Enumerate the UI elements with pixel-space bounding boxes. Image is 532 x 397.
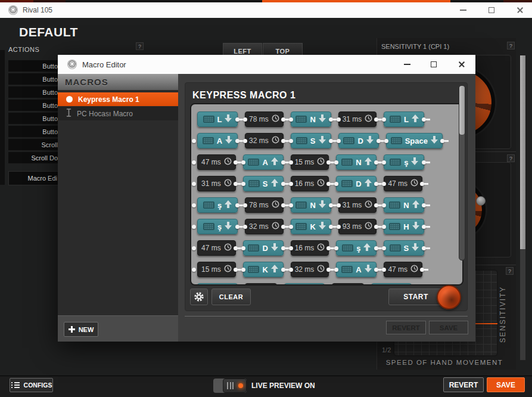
macro-delay-chip[interactable]: 31 ms — [338, 197, 377, 213]
macro-delay-chip[interactable] — [332, 283, 364, 286]
key-label: ş — [404, 158, 408, 167]
macro-row: 31 msS16 msD47 ms — [197, 176, 447, 191]
dialog-revert-button[interactable]: REVERT — [386, 321, 426, 334]
clock-icon — [410, 265, 418, 272]
macro-key-chip[interactable]: N — [384, 197, 424, 213]
page-indicator: 1/2 — [382, 346, 391, 353]
actions-help-button[interactable]: ? — [136, 42, 144, 50]
chart-x-axis-label: SPEED OF HAND MOVEMENT — [379, 359, 510, 366]
movement-help-button[interactable]: ? — [506, 267, 514, 275]
dialog-close-button[interactable] — [451, 55, 472, 74]
clock-icon — [317, 157, 325, 165]
clock-icon — [272, 222, 279, 229]
macro-key-chip[interactable]: ş — [336, 240, 377, 256]
dialog-minimize-button[interactable] — [396, 55, 418, 74]
record-button[interactable] — [437, 285, 461, 309]
chart-y-axis-label: SENSITIVITY — [498, 275, 508, 353]
clear-button[interactable]: CLEAR — [211, 289, 251, 305]
toggle-knob[interactable] — [223, 379, 247, 393]
help-glyph: ? — [138, 44, 141, 49]
clear-label: CLEAR — [219, 293, 243, 300]
configs-button[interactable]: CONFIGS — [10, 378, 53, 392]
macro-key-chip[interactable]: N — [291, 111, 331, 127]
macro-key-chip[interactable]: D — [336, 176, 377, 191]
gear-icon — [194, 291, 204, 302]
macro-key-chip[interactable]: A — [336, 262, 377, 277]
macro-delay-chip[interactable]: 32 ms — [245, 219, 284, 234]
close-button[interactable] — [510, 2, 530, 18]
chip-connector — [234, 246, 245, 250]
macro-key-chip[interactable]: D — [243, 240, 284, 256]
dialog-separator — [185, 316, 468, 317]
macro-delay-chip[interactable]: 47 ms — [197, 240, 236, 256]
macro-delay-chip[interactable] — [245, 283, 277, 286]
macro-delay-chip[interactable]: 31 ms — [338, 111, 377, 127]
minimize-icon — [404, 64, 410, 65]
macro-key-chip[interactable]: A — [197, 133, 238, 148]
macro-delay-chip[interactable]: 78 ms — [245, 111, 284, 127]
minimize-button[interactable] — [453, 2, 473, 18]
chip-connector — [326, 268, 338, 272]
macro-key-chip[interactable]: S — [243, 176, 284, 191]
macro-key-chip[interactable]: D — [338, 133, 379, 148]
close-icon — [517, 7, 524, 14]
macro-key-chip[interactable] — [371, 283, 412, 286]
macro-key-chip[interactable]: N — [291, 197, 331, 213]
action-label: Butto — [42, 102, 58, 109]
macro-key-chip[interactable]: H — [384, 219, 424, 234]
app-scrollbar-thumb[interactable] — [520, 55, 525, 249]
macro-delay-chip[interactable]: 93 ms — [338, 219, 377, 234]
chip-connector — [374, 246, 386, 250]
dial-handle[interactable] — [476, 196, 486, 206]
macro-key-chip[interactable]: ş — [197, 197, 238, 213]
action-label: Macro Edi — [27, 175, 57, 182]
help-glyph: ? — [509, 43, 512, 49]
sensitivity-help-button[interactable]: ? — [507, 42, 515, 49]
macro-delay-chip[interactable]: 31 ms — [197, 176, 236, 191]
row-connector-dot — [192, 246, 196, 250]
macro-delay-chip[interactable]: 78 ms — [245, 197, 284, 213]
macro-key-chip[interactable]: A — [243, 154, 284, 170]
keyboard-icon — [390, 159, 401, 166]
macro-delay-chip[interactable]: 47 ms — [384, 176, 422, 191]
macro-key-chip[interactable]: S — [384, 240, 424, 256]
macro-delay-chip[interactable]: 32 ms — [245, 133, 284, 148]
dialog-save-button[interactable]: SAVE — [429, 321, 468, 334]
macro-key-chip[interactable]: L — [384, 111, 424, 127]
section2-help-button[interactable]: ? — [507, 154, 515, 162]
macro-key-chip[interactable]: N — [336, 154, 377, 170]
macro-delay-chip[interactable]: 32 ms — [291, 262, 329, 277]
macro-key-chip[interactable]: ş — [384, 154, 424, 170]
macro-key-chip[interactable]: Space — [386, 133, 443, 148]
macro-key-chip[interactable]: K — [291, 219, 331, 234]
macro-key-chip[interactable] — [197, 283, 238, 286]
dialog-maximize-button[interactable] — [423, 55, 444, 74]
macro-key-chip[interactable]: L — [197, 111, 238, 127]
macro-key-chip[interactable] — [284, 283, 325, 286]
chip-connector — [422, 203, 430, 207]
maximize-button[interactable] — [481, 2, 502, 18]
macro-list-item[interactable]: Keypress Macro 1 — [58, 92, 178, 106]
macro-settings-button[interactable] — [190, 289, 208, 305]
macro-scrollbar-thumb[interactable] — [459, 86, 465, 135]
macro-delay-chip[interactable]: 16 ms — [291, 176, 329, 191]
key-release-arrow-icon — [225, 200, 232, 210]
key-label: A — [217, 137, 222, 145]
macro-row: 15 msK32 msA47 ms — [197, 262, 447, 277]
macro-delay-chip[interactable]: 47 ms — [384, 262, 422, 277]
macro-delay-chip[interactable]: 16 ms — [291, 240, 329, 256]
macro-key-chip[interactable]: S — [291, 133, 331, 148]
macro-delay-chip[interactable]: 15 ms — [291, 154, 329, 170]
close-icon — [458, 61, 465, 68]
macro-delay-chip[interactable]: 15 ms — [197, 262, 236, 277]
revert-label: REVERT — [392, 324, 420, 331]
key-press-arrow-icon — [411, 157, 418, 168]
macro-key-chip[interactable]: K — [243, 262, 284, 277]
new-macro-button[interactable]: NEW — [64, 322, 98, 337]
revert-button[interactable]: REVERT — [443, 377, 484, 392]
macro-key-chip[interactable]: ş — [197, 219, 238, 234]
macro-delay-chip[interactable]: 47 ms — [197, 154, 236, 170]
macro-list-item[interactable]: PC Hocası Macro — [58, 107, 178, 120]
save-button[interactable]: SAVE — [487, 377, 525, 392]
live-preview-toggle[interactable] — [213, 379, 247, 393]
